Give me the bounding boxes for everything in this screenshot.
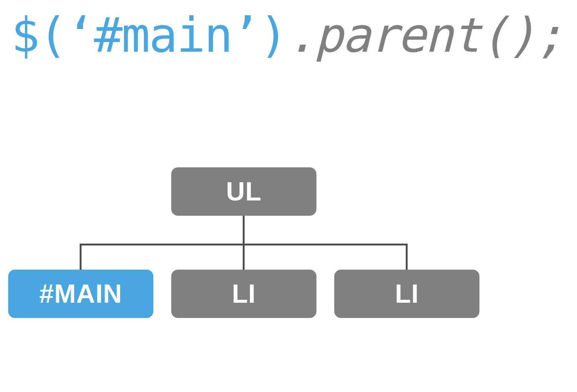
tree-node-ul: UL [171, 167, 316, 216]
connector-line [406, 244, 408, 270]
connector-line [243, 216, 245, 245]
node-label: UL [226, 177, 261, 206]
node-label: #MAIN [39, 279, 122, 309]
tree-node-main: #MAIN [8, 270, 153, 318]
code-expression: $(‘#main’).parent(); [11, 7, 562, 63]
connector-line [243, 244, 245, 270]
connector-line [80, 244, 82, 270]
node-label: LI [395, 279, 419, 309]
method-segment: .parent(); [287, 7, 563, 63]
tree-node-li: LI [171, 270, 316, 318]
selector-segment: $(‘#main’) [11, 7, 287, 63]
node-label: LI [232, 279, 256, 309]
tree-node-li: LI [334, 270, 479, 318]
